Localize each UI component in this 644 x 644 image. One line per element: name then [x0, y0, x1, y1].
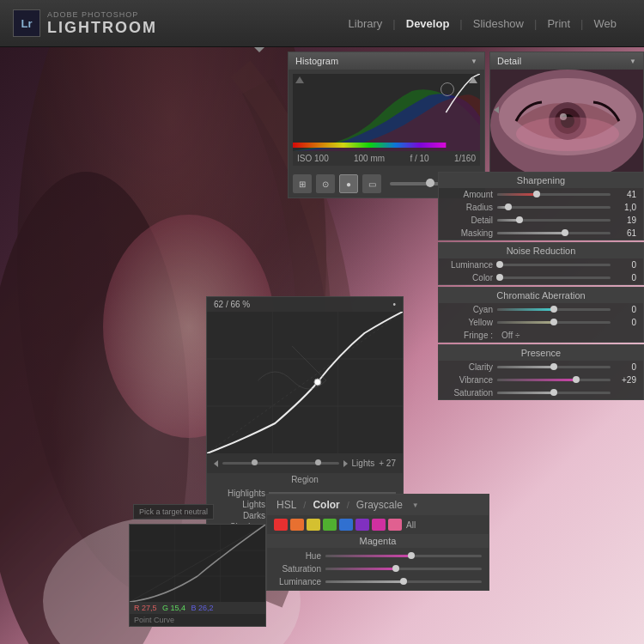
saturation-fill	[497, 392, 554, 394]
tool-spot[interactable]: ⊙	[316, 174, 335, 193]
hsl-tab-color[interactable]: Color	[310, 498, 342, 512]
luminance-thumb	[496, 261, 503, 268]
point-curve-r: R 27,5	[134, 604, 157, 612]
masking-label: Masking	[446, 228, 493, 238]
curves-left-arrow[interactable]	[214, 460, 218, 467]
luminance-track[interactable]	[497, 264, 611, 266]
histogram-iso: ISO 100	[297, 154, 329, 163]
point-curve-graph[interactable]	[130, 525, 265, 602]
color-noise-track[interactable]	[497, 276, 611, 279]
luminance-row: Luminance 0	[439, 258, 643, 271]
curves-svg	[207, 312, 403, 453]
histogram-focal: 100 mm	[354, 154, 385, 163]
tool-slider-thumb	[426, 179, 434, 187]
tool-crop[interactable]: ⊞	[293, 174, 312, 193]
radius-track[interactable]	[497, 206, 611, 209]
hsl-tab-grayscale[interactable]: Grayscale	[354, 498, 405, 512]
histogram-graph	[293, 74, 480, 151]
fringe-value[interactable]: Off ÷	[501, 331, 519, 340]
amount-fill	[497, 193, 537, 196]
hsl-sat-track[interactable]	[325, 568, 482, 570]
hsl-hue-track[interactable]	[325, 555, 482, 557]
radius-value: 1,0	[615, 203, 636, 212]
cyan-track[interactable]	[497, 308, 611, 311]
swatch-green[interactable]	[323, 519, 337, 531]
curves-right-arrow[interactable]	[343, 460, 348, 467]
saturation-presence-row: Saturation	[439, 386, 643, 399]
lr-logo: Lr ADOBE PHOTOSHOP LIGHTROOM	[0, 9, 170, 37]
hsl-tab-hsl[interactable]: HSL	[274, 498, 299, 512]
detail-track[interactable]	[497, 219, 611, 222]
nav-develop[interactable]: Develop	[396, 13, 460, 34]
histogram-header: Histogram ▼	[289, 52, 484, 70]
curves-graph[interactable]	[207, 312, 403, 453]
cyan-label: Cyan	[446, 305, 493, 314]
yellow-track[interactable]	[497, 321, 611, 324]
histogram-dropdown-arrow[interactable]: ▼	[471, 58, 477, 65]
luminance-label: Luminance	[446, 260, 493, 270]
histogram-title: Histogram	[295, 56, 338, 66]
target-neutral-text: Pick a target neutral	[139, 507, 208, 516]
color-swatches: All	[267, 515, 489, 534]
curves-dot: •	[392, 300, 396, 309]
point-curve-b: B 26,2	[191, 604, 214, 612]
hsl-lum-track[interactable]	[325, 580, 482, 583]
swatch-magenta[interactable]	[372, 519, 386, 531]
nav-library[interactable]: Library	[338, 13, 393, 34]
swatch-all[interactable]: All	[406, 520, 416, 530]
tool-redeye[interactable]: ●	[339, 174, 358, 193]
swatch-yellow[interactable]	[307, 519, 320, 531]
region-label: Region	[207, 473, 403, 486]
curves-bottom-track[interactable]	[222, 462, 339, 465]
curves-header: 62 / 66 % •	[207, 297, 403, 312]
saturation-thumb	[550, 389, 557, 396]
hsl-lum-thumb	[400, 578, 407, 585]
nav-print[interactable]: Print	[537, 13, 580, 34]
nav-slideshow[interactable]: Slideshow	[463, 13, 534, 34]
point-curve-label: Point Curve	[130, 614, 265, 626]
clarity-track[interactable]	[497, 366, 611, 368]
curves-track-thumb-left	[252, 459, 258, 465]
histogram-aperture: f / 10	[410, 154, 428, 163]
point-curve-g: G 15,4	[162, 604, 185, 612]
saturation-track[interactable]	[497, 392, 611, 394]
hsl-tabs: HSL / Color / Grayscale ▼	[267, 495, 489, 515]
histogram-shutter: 1/160	[454, 154, 476, 163]
swatch-purple[interactable]	[355, 519, 369, 531]
hsl-sat-row: Saturation	[267, 562, 489, 575]
clarity-label: Clarity	[446, 362, 493, 372]
masking-track[interactable]	[497, 232, 611, 234]
radius-thumb	[505, 204, 512, 210]
tool-brush[interactable]: ▭	[362, 174, 381, 193]
swatch-orange[interactable]	[290, 519, 304, 531]
point-curve-footer: R 27,5 G 15,4 B 26,2	[130, 602, 265, 614]
svg-rect-4	[293, 143, 446, 148]
detail-dropdown-arrow[interactable]: ▼	[629, 58, 636, 65]
lr-title: ADOBE PHOTOSHOP LIGHTROOM	[47, 10, 157, 37]
cyan-row: Cyan 0	[439, 303, 643, 316]
vibrance-track[interactable]	[497, 379, 611, 381]
hsl-dropdown-arrow[interactable]: ▼	[412, 501, 419, 509]
vibrance-fill	[497, 379, 576, 381]
detail-thumb	[516, 216, 523, 223]
noise-section: Noise Reduction Luminance 0 Color 0	[438, 242, 644, 285]
swatch-blue[interactable]	[339, 519, 353, 531]
cyan-value: 0	[615, 305, 636, 314]
amount-track[interactable]	[497, 193, 611, 196]
presence-section: Presence Clarity 0 Vibrance +29 Saturati…	[438, 344, 644, 400]
point-curve-panel: R 27,5 G 15,4 B 26,2 Point Curve	[129, 524, 266, 627]
yellow-fill	[497, 321, 554, 324]
masking-thumb	[562, 229, 568, 236]
detail-value: 19	[615, 216, 636, 225]
hsl-section-title: Magenta	[267, 534, 489, 548]
swatch-pink[interactable]	[388, 519, 402, 531]
topbar: Lr ADOBE PHOTOSHOP LIGHTROOM Library | D…	[0, 0, 644, 47]
fringe-label: Fringe :	[446, 331, 493, 340]
curves-footer: Lights + 27	[207, 453, 403, 473]
histogram-info: ISO 100 100 mm f / 10 1/160	[293, 151, 480, 166]
sharpening-section: Sharpening Amount 41 Radius 1,0 Detail 1…	[438, 172, 644, 240]
swatch-red[interactable]	[274, 519, 288, 531]
nav-web[interactable]: Web	[584, 13, 628, 34]
vibrance-thumb	[573, 376, 580, 383]
yellow-value: 0	[615, 318, 636, 327]
